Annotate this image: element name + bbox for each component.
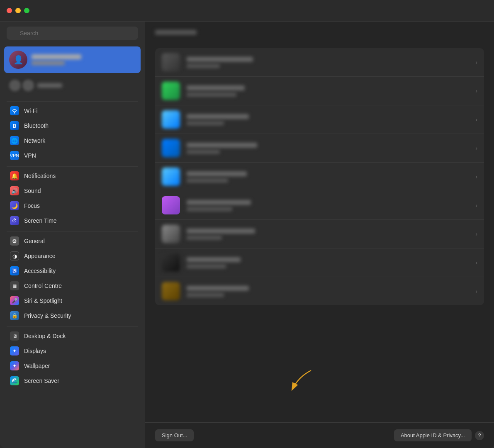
device-item-2[interactable]: ›: [155, 77, 484, 105]
device-name-6: [187, 200, 251, 205]
sidebar-item-focus[interactable]: 🌙 Focus: [3, 198, 141, 213]
sidebar-item-label-controlcentre: Control Centre: [24, 282, 62, 289]
device-name-2: [187, 85, 245, 90]
sidebar-item-screentime[interactable]: ⏱ Screen Time: [3, 213, 141, 228]
chevron-icon-7: ›: [475, 231, 477, 237]
device-info-1: [187, 57, 469, 68]
chevron-icon-9: ›: [475, 288, 477, 295]
sidebar-item-label-general: General: [24, 238, 45, 244]
device-info-4: [187, 143, 469, 154]
device-detail-7: [187, 236, 222, 240]
device-thumbnail-8: [162, 253, 180, 272]
sidebar-item-general[interactable]: ⚙ General: [3, 234, 141, 248]
controlcentre-icon: ▦: [10, 281, 19, 290]
vpn-icon: VPN: [10, 151, 19, 160]
wallpaper-icon: ✦: [10, 361, 19, 370]
device-item-6[interactable]: ›: [155, 191, 484, 220]
device-detail-5: [187, 178, 228, 183]
device-thumbnail-2: [162, 82, 180, 100]
device-name-8: [187, 257, 241, 262]
device-info-5: [187, 171, 469, 183]
device-detail-6: [187, 207, 232, 211]
family-label: [37, 83, 62, 88]
wifi-icon: [10, 106, 19, 115]
device-info-7: [187, 229, 469, 240]
device-detail-4: [187, 150, 220, 154]
content-header: [145, 22, 494, 43]
sidebar-item-sound[interactable]: 🔊 Sound: [3, 183, 141, 198]
sidebar-item-displays[interactable]: ✦ Displays: [3, 343, 141, 358]
device-item-5[interactable]: ›: [155, 163, 484, 191]
device-detail-9: [187, 293, 224, 297]
sidebar-item-wallpaper[interactable]: ✦ Wallpaper: [3, 358, 141, 373]
device-list: › ›: [145, 43, 494, 315]
device-item-1[interactable]: ›: [155, 48, 484, 77]
device-info-8: [187, 257, 469, 268]
device-item-3[interactable]: ›: [155, 105, 484, 134]
device-item-7[interactable]: ›: [155, 220, 484, 248]
device-name-5: [187, 171, 247, 176]
titlebar: [0, 0, 494, 22]
appearance-icon: ◑: [10, 251, 19, 261]
bottom-actions-right: About Apple ID & Privacy... ?: [394, 429, 484, 441]
divider-3: [7, 231, 138, 232]
sidebar-item-appearance[interactable]: ◑ Appearance: [3, 248, 141, 263]
device-thumbnail-7: [162, 225, 180, 243]
sidebar-item-controlcentre[interactable]: ▦ Control Centre: [3, 278, 141, 293]
close-button[interactable]: [7, 8, 12, 13]
sidebar-item-label-bluetooth: Bluetooth: [24, 122, 49, 129]
sidebar-item-label-screentime: Screen Time: [24, 217, 57, 224]
device-name-3: [187, 114, 249, 119]
accessibility-icon: ♿: [10, 266, 19, 275]
profile-email: [32, 61, 65, 65]
notifications-icon: 🔔: [10, 171, 19, 180]
sidebar-item-accessibility[interactable]: ♿ Accessibility: [3, 263, 141, 278]
bottom-bar: Sign Out... About Apple ID & Privacy... …: [145, 422, 494, 448]
device-thumbnail-5: [162, 168, 180, 186]
help-button[interactable]: ?: [475, 431, 484, 440]
sidebar-item-privacy[interactable]: 🔒 Privacy & Security: [3, 308, 141, 323]
sidebar-item-vpn[interactable]: VPN VPN: [3, 148, 141, 163]
content-title: [155, 30, 197, 35]
device-thumbnail-4: [162, 139, 180, 157]
device-item-8[interactable]: ›: [155, 248, 484, 277]
device-item-4[interactable]: ›: [155, 134, 484, 163]
device-item-9[interactable]: ›: [155, 277, 484, 305]
sidebar-item-label-privacy: Privacy & Security: [24, 312, 71, 319]
device-info-6: [187, 200, 469, 211]
search-input[interactable]: [7, 27, 138, 40]
family-avatar-1: [9, 80, 21, 91]
profile-name: [32, 54, 81, 59]
family-avatars: [9, 80, 34, 91]
profile-item[interactable]: 👤: [4, 46, 141, 73]
device-item-group: › ›: [155, 48, 484, 305]
device-thumbnail-3: [162, 110, 180, 129]
sidebar-item-siri[interactable]: 🎤 Siri & Spotlight: [3, 293, 141, 308]
displays-icon: ✦: [10, 346, 19, 355]
about-apple-id-button[interactable]: About Apple ID & Privacy...: [394, 429, 472, 441]
sidebar-item-network[interactable]: 🌐 Network: [3, 133, 141, 148]
sidebar-item-label-displays: Displays: [24, 348, 46, 354]
device-info-2: [187, 85, 469, 97]
system-settings-window: ⌕ 👤: [0, 0, 494, 448]
device-detail-1: [187, 64, 220, 68]
minimize-button[interactable]: [15, 8, 21, 13]
family-section[interactable]: [4, 76, 141, 95]
sidebar-item-notifications[interactable]: 🔔 Notifications: [3, 168, 141, 183]
sidebar-item-desktop[interactable]: 🖥 Desktop & Dock: [3, 329, 141, 343]
device-name-1: [187, 57, 253, 62]
sidebar-section-personal: 🔔 Notifications 🔊 Sound 🌙 Focus: [0, 168, 145, 228]
sidebar-item-screensaver[interactable]: 🌊 Screen Saver: [3, 373, 141, 388]
sidebar-section-network: Wi-Fi B Bluetooth 🌐 Network VPN: [0, 103, 145, 163]
device-detail-8: [187, 264, 226, 268]
privacy-icon: 🔒: [10, 311, 19, 320]
sidebar-item-bluetooth[interactable]: B Bluetooth: [3, 118, 141, 133]
sign-out-button[interactable]: Sign Out...: [155, 429, 194, 441]
divider-1: [7, 101, 138, 102]
divider-2: [7, 166, 138, 167]
sidebar-item-wifi[interactable]: Wi-Fi: [3, 103, 141, 118]
focus-icon: 🌙: [10, 201, 19, 210]
screensaver-icon: 🌊: [10, 376, 19, 385]
device-thumbnail-1: [162, 53, 180, 71]
maximize-button[interactable]: [24, 8, 29, 13]
